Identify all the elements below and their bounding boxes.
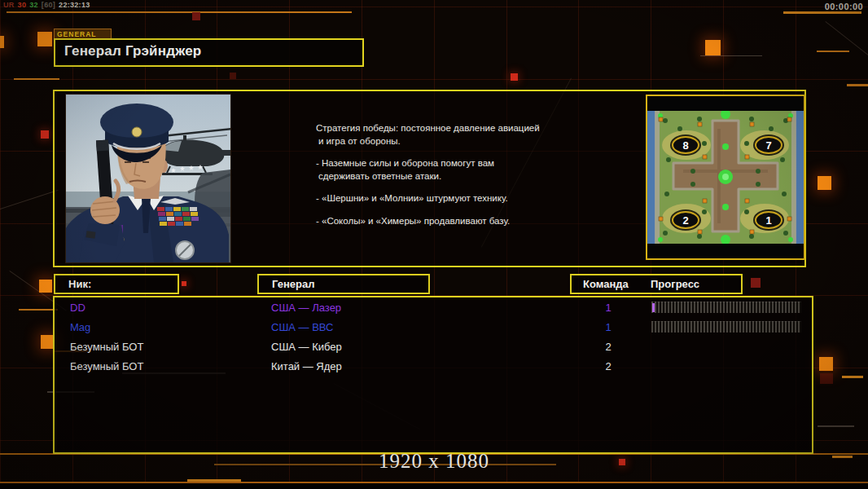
vignette-overlay	[0, 0, 868, 489]
loading-screen: UR3032[60]22:32:13 00:00:00 GENERAL Гене…	[0, 0, 868, 489]
